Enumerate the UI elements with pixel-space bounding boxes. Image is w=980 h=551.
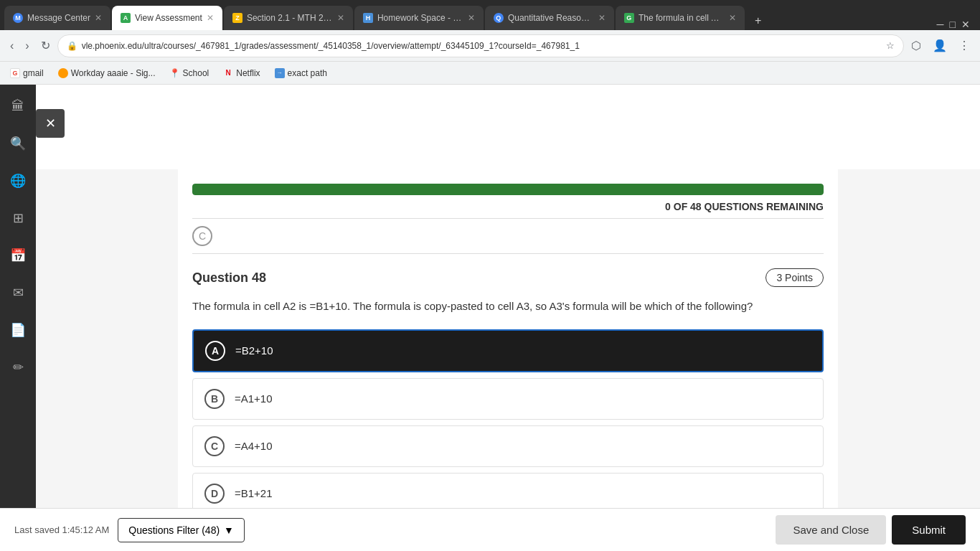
bookmark-netflix[interactable]: N Netflix <box>219 67 264 80</box>
tab-close-1[interactable]: ✕ <box>95 13 102 23</box>
workday-favicon <box>58 68 68 78</box>
sidebar-icon-calendar[interactable]: 📅 <box>5 242 31 268</box>
bookmark-gmail[interactable]: G gmail <box>6 67 48 80</box>
sidebar-icon-edit[interactable]: ✏ <box>5 354 31 380</box>
option-a[interactable]: A =B2+10 <box>192 329 824 372</box>
tab-bar: M Message Center ✕ A View Assessment ✕ Z… <box>0 0 980 30</box>
last-saved-text: Last saved 1:45:12 AM <box>14 524 109 535</box>
netflix-favicon: N <box>223 68 233 78</box>
bookmark-star-icon[interactable]: ☆ <box>886 40 895 51</box>
new-tab-button[interactable]: + <box>749 11 767 30</box>
sidebar-icon-document[interactable]: 📄 <box>5 317 31 343</box>
progress-bar-container <box>192 184 824 195</box>
question-title: Question 48 <box>192 270 266 286</box>
tab-favicon-5: Q <box>494 13 504 23</box>
sidebar-icon-search[interactable]: 🔍 <box>5 131 31 156</box>
school-favicon: 📍 <box>170 68 180 78</box>
navigation-bar: ‹ › ↻ 🔒 vle.phoenix.edu/ultra/courses/_4… <box>0 30 980 62</box>
tab-label-6: The formula in cell A2... <box>639 13 725 23</box>
question-header: Question 48 3 Points <box>192 268 824 287</box>
progress-bar-fill <box>192 184 824 195</box>
netflix-label: Netflix <box>236 68 260 78</box>
maximize-button[interactable]: □ <box>950 19 956 30</box>
tab-label-5: Quantitative Reasonin... <box>508 13 594 23</box>
close-icon: ✕ <box>45 116 56 131</box>
tab-quantitative[interactable]: Q Quantitative Reasonin... ✕ <box>485 6 614 30</box>
bookmark-workday[interactable]: Workday aaaie - Sig... <box>54 67 160 80</box>
sidebar-icon-grid[interactable]: ⊞ <box>5 205 31 231</box>
reload-button[interactable]: ↻ <box>37 36 55 55</box>
prev-answer-letter: C <box>192 226 212 246</box>
remaining-count: 0 <box>665 201 671 212</box>
question-text: The formula in cell A2 is =B1+10. The fo… <box>192 298 824 315</box>
questions-filter-label: Questions Filter (48) <box>128 524 220 536</box>
tab-favicon-4: H <box>363 13 373 23</box>
school-label: School <box>183 68 209 78</box>
progress-section: 0 OF 48 QUESTIONS REMAINING <box>178 169 838 212</box>
footer: Last saved 1:45:12 AM Questions Filter (… <box>0 508 980 551</box>
address-bar[interactable]: 🔒 vle.phoenix.edu/ultra/courses/_467981_… <box>57 34 904 57</box>
option-b[interactable]: B =A1+10 <box>192 378 824 420</box>
tab-formula[interactable]: G The formula in cell A2... ✕ <box>616 6 745 30</box>
main-content-area: 0 OF 48 QUESTIONS REMAINING C Question 4… <box>36 169 980 551</box>
tab-close-2[interactable]: ✕ <box>207 13 214 23</box>
option-d-letter: D <box>204 484 225 504</box>
option-c[interactable]: C =A4+10 <box>192 425 824 467</box>
browser-action-icons: ⬡ 👤 ⋮ <box>907 36 974 55</box>
progress-label: OF 48 QUESTIONS REMAINING <box>674 201 824 212</box>
profile-button[interactable]: 👤 <box>928 36 951 55</box>
gmail-favicon: G <box>10 68 20 78</box>
bookmark-exactpath[interactable]: → exact path <box>270 67 331 80</box>
tab-section21[interactable]: Z Section 2.1 - MTH 216... ✕ <box>224 6 353 30</box>
close-browser-button[interactable]: ✕ <box>961 19 970 30</box>
tab-label-1: Message Center <box>27 13 90 23</box>
option-b-text: =A1+10 <box>235 392 273 405</box>
tab-homework[interactable]: H Homework Space - St... ✕ <box>354 6 484 30</box>
points-badge: 3 Points <box>765 268 824 287</box>
tab-favicon-6: G <box>624 13 634 23</box>
tab-close-6[interactable]: ✕ <box>729 13 736 23</box>
browser-chrome: M Message Center ✕ A View Assessment ✕ Z… <box>0 0 980 85</box>
footer-left: Last saved 1:45:12 AM Questions Filter (… <box>14 518 245 542</box>
tab-label-4: Homework Space - St... <box>377 13 463 23</box>
close-panel-button[interactable]: ✕ <box>36 109 65 138</box>
tab-close-4[interactable]: ✕ <box>468 13 475 23</box>
question-block: Question 48 3 Points The formula in cell… <box>178 254 838 534</box>
forward-button[interactable]: › <box>21 37 33 55</box>
exactpath-label: exact path <box>288 68 327 78</box>
tab-view-assessment[interactable]: A View Assessment ✕ <box>112 6 222 30</box>
tab-close-3[interactable]: ✕ <box>337 13 344 23</box>
option-a-text: =B2+10 <box>235 344 273 357</box>
questions-filter-chevron-icon: ▼ <box>224 524 234 536</box>
save-close-button[interactable]: Save and Close <box>776 515 886 545</box>
bookmarks-bar: G gmail Workday aaaie - Sig... 📍 School … <box>0 62 980 85</box>
progress-text: 0 OF 48 QUESTIONS REMAINING <box>192 201 824 212</box>
security-lock-icon: 🔒 <box>67 41 77 51</box>
back-button[interactable]: ‹ <box>6 37 18 55</box>
url-text: vle.phoenix.edu/ultra/courses/_467981_1/… <box>82 41 882 51</box>
exactpath-favicon: → <box>275 68 285 78</box>
tab-label-2: View Assessment <box>135 13 202 23</box>
option-b-letter: B <box>204 389 225 409</box>
sidebar-icon-mail[interactable]: ✉ <box>5 280 31 306</box>
workday-label: Workday aaaie - Sig... <box>71 68 156 78</box>
option-a-letter: A <box>205 341 225 361</box>
previous-answer-area: C <box>178 219 838 253</box>
tab-message-center[interactable]: M Message Center ✕ <box>4 6 110 30</box>
content-wrapper: 0 OF 48 QUESTIONS REMAINING C Question 4… <box>178 169 838 551</box>
sidebar-icon-institution[interactable]: 🏛 <box>5 93 31 119</box>
option-c-text: =A4+10 <box>235 440 273 452</box>
menu-button[interactable]: ⋮ <box>954 36 974 55</box>
extensions-button[interactable]: ⬡ <box>907 36 925 55</box>
bookmark-school[interactable]: 📍 School <box>166 67 214 80</box>
sidebar-icon-globe[interactable]: 🌐 <box>5 168 31 194</box>
submit-button[interactable]: Submit <box>892 515 966 545</box>
tab-favicon-2: A <box>121 13 131 23</box>
minimize-button[interactable]: ─ <box>937 19 944 30</box>
questions-filter-button[interactable]: Questions Filter (48) ▼ <box>118 518 245 542</box>
tab-favicon-3: Z <box>232 13 242 23</box>
gmail-label: gmail <box>23 68 44 78</box>
tab-close-5[interactable]: ✕ <box>598 13 606 23</box>
option-d-text: =B1+21 <box>235 487 273 499</box>
option-c-letter: C <box>204 436 225 456</box>
